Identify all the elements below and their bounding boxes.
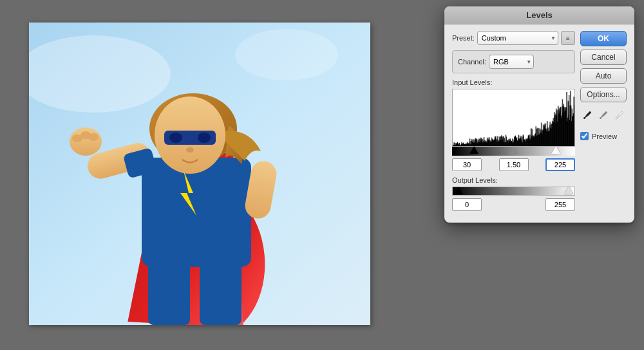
input-values-row bbox=[452, 158, 575, 171]
histogram bbox=[452, 89, 575, 147]
output-white-value[interactable] bbox=[545, 198, 575, 211]
preset-select[interactable]: Custom Default Increase Contrast 1 bbox=[477, 31, 558, 45]
svg-rect-7 bbox=[148, 257, 190, 325]
white-point-eyedropper[interactable] bbox=[613, 108, 627, 122]
channel-select[interactable]: RGB Red Green Blue bbox=[489, 55, 534, 69]
cancel-button[interactable]: Cancel bbox=[580, 50, 627, 65]
output-white-slider[interactable] bbox=[564, 187, 573, 194]
output-section: Output Levels: bbox=[452, 176, 575, 211]
levels-dialog: Levels Preset: Custom Default Increase C… bbox=[444, 6, 634, 223]
preview-row: Preview bbox=[580, 132, 627, 140]
output-values-row bbox=[452, 198, 575, 211]
svg-point-19 bbox=[88, 133, 99, 141]
output-black-value[interactable] bbox=[452, 198, 482, 211]
eyedroppers-row bbox=[580, 108, 627, 122]
svg-point-2 bbox=[235, 29, 338, 80]
input-black-value[interactable] bbox=[452, 158, 482, 171]
preset-label: Preset: bbox=[452, 34, 475, 42]
gray-point-eyedropper[interactable] bbox=[596, 108, 610, 122]
channel-section: Channel: RGB Red Green Blue ▼ bbox=[452, 50, 575, 73]
svg-point-12 bbox=[169, 133, 182, 143]
auto-button[interactable]: Auto bbox=[580, 68, 627, 84]
options-button[interactable]: Options... bbox=[580, 87, 627, 102]
input-gray-value[interactable] bbox=[499, 158, 529, 171]
photo-canvas bbox=[29, 23, 370, 325]
preset-menu-button[interactable]: ≡ bbox=[561, 31, 575, 45]
dialog-title: Levels bbox=[444, 6, 634, 24]
input-slider-track[interactable] bbox=[452, 147, 575, 156]
preset-row: Preset: Custom Default Increase Contrast… bbox=[452, 31, 575, 45]
preset-select-wrapper: Custom Default Increase Contrast 1 ▼ bbox=[477, 31, 558, 45]
svg-point-13 bbox=[198, 133, 211, 143]
black-point-eyedropper[interactable] bbox=[580, 108, 594, 122]
svg-point-23 bbox=[600, 117, 601, 119]
svg-point-24 bbox=[616, 117, 618, 119]
svg-point-14 bbox=[186, 147, 194, 152]
input-black-slider[interactable] bbox=[469, 146, 478, 154]
histogram-canvas bbox=[453, 89, 574, 146]
svg-point-22 bbox=[583, 117, 585, 119]
input-gray-slider[interactable] bbox=[509, 146, 518, 154]
input-levels-label: Input Levels: bbox=[452, 78, 575, 86]
input-white-slider[interactable] bbox=[551, 146, 560, 154]
input-white-value[interactable] bbox=[545, 158, 575, 171]
svg-rect-8 bbox=[200, 257, 242, 325]
channel-row: Channel: RGB Red Green Blue ▼ bbox=[458, 55, 569, 69]
dialog-main: Preset: Custom Default Increase Contrast… bbox=[452, 31, 575, 216]
svg-rect-5 bbox=[142, 158, 251, 267]
output-levels-label: Output Levels: bbox=[452, 176, 575, 184]
preview-checkbox[interactable] bbox=[580, 132, 589, 140]
preview-label[interactable]: Preview bbox=[592, 133, 617, 140]
ok-button[interactable]: OK bbox=[580, 31, 627, 46]
output-black-slider[interactable] bbox=[454, 187, 463, 194]
dialog-buttons: OK Cancel Auto Options... bbox=[580, 31, 627, 216]
channel-select-wrapper: RGB Red Green Blue ▼ bbox=[489, 55, 534, 69]
channel-label: Channel: bbox=[458, 58, 486, 66]
output-slider-track[interactable] bbox=[452, 187, 575, 196]
